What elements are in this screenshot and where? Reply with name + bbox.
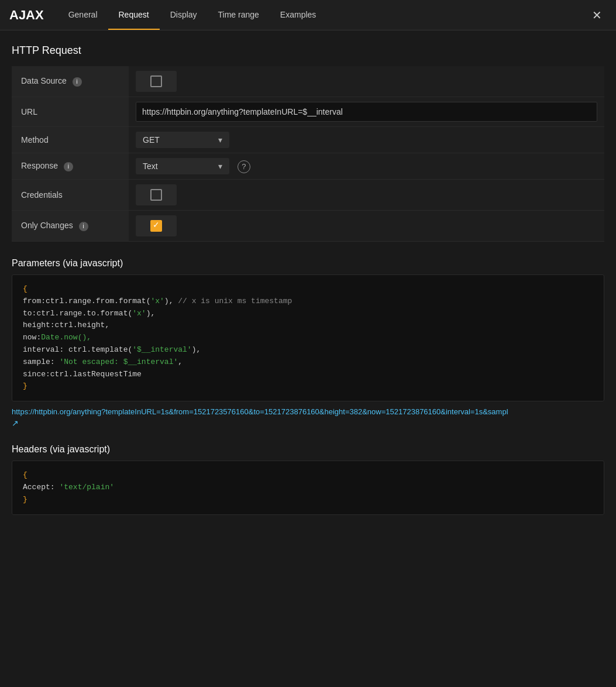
external-link-icon[interactable]: ↗ <box>12 418 19 428</box>
code-line-4: height:ctrl.height, <box>23 320 593 332</box>
data-source-info-icon[interactable]: i <box>73 77 82 87</box>
url-input[interactable] <box>136 102 597 122</box>
http-request-section: HTTP Request Data Source i URL <box>12 44 604 242</box>
response-info-icon[interactable]: i <box>64 162 73 171</box>
form-table: Data Source i URL Method <box>12 66 604 242</box>
headers-section: Headers (via javascript) { Accept: 'text… <box>12 444 604 514</box>
code-line-2: from:ctrl.range.from.format('x'), // x i… <box>23 296 593 308</box>
preview-url-link[interactable]: https://httpbin.org/anything?templateInU… <box>12 407 604 416</box>
headers-line-2: Accept: 'text/plain' <box>23 482 593 494</box>
http-request-title: HTTP Request <box>12 44 604 57</box>
code-line-6: interval: ctrl.template('$__interval'), <box>23 344 593 356</box>
response-help-icon[interactable]: ? <box>238 160 250 173</box>
tab-display[interactable]: Display <box>160 0 208 30</box>
code-line-7: sample: 'Not escaped: $__interval', <box>23 356 593 369</box>
response-value: Text <box>143 162 214 171</box>
tab-time-range[interactable]: Time range <box>208 0 270 30</box>
only-changes-checkbox[interactable] <box>150 220 162 232</box>
response-select[interactable]: Text ▾ <box>136 158 229 174</box>
method-value: GET <box>143 135 214 145</box>
parameters-title: Parameters (via javascript) <box>12 258 604 269</box>
credentials-checkbox-wrap <box>136 184 177 205</box>
label-method: Method <box>12 127 129 153</box>
form-row-data-source: Data Source i <box>12 66 604 97</box>
label-response: Response i <box>12 153 129 180</box>
label-data-source: Data Source i <box>12 66 129 97</box>
tab-examples[interactable]: Examples <box>270 0 326 30</box>
form-row-method: Method GET ▾ <box>12 127 604 153</box>
headers-line-1: { <box>23 469 593 482</box>
data-source-checkbox[interactable] <box>150 75 162 87</box>
label-url: URL <box>12 97 129 127</box>
code-line-8: since:ctrl.lastRequestTime <box>23 369 593 381</box>
value-data-source <box>129 66 604 97</box>
code-line-5: now:Date.now(), <box>23 332 593 344</box>
value-url <box>129 97 604 127</box>
parameters-code-block: { from:ctrl.range.from.format('x'), // x… <box>12 274 604 401</box>
value-only-changes <box>129 211 604 242</box>
nav-tabs: General Request Display Time range Examp… <box>58 0 587 30</box>
close-button[interactable]: ✕ <box>587 6 607 25</box>
data-source-checkbox-wrap <box>136 71 177 92</box>
credentials-checkbox[interactable] <box>150 189 162 201</box>
only-changes-info-icon[interactable]: i <box>79 222 88 231</box>
app-title: AJAX <box>9 8 44 23</box>
code-line-1: { <box>23 283 593 296</box>
tab-general[interactable]: General <box>58 0 108 30</box>
label-only-changes: Only Changes i <box>12 211 129 242</box>
form-row-response: Response i Text ▾ ? <box>12 153 604 180</box>
headers-line-3: } <box>23 494 593 506</box>
code-line-3: to:ctrl.range.to.format('x'), <box>23 308 593 320</box>
label-credentials: Credentials <box>12 180 129 211</box>
headers-title: Headers (via javascript) <box>12 444 604 455</box>
form-row-url: URL <box>12 97 604 127</box>
tab-request[interactable]: Request <box>108 0 160 30</box>
headers-code-block: { Accept: 'text/plain' } <box>12 461 604 514</box>
response-dropdown-arrow: ▾ <box>218 162 222 171</box>
only-changes-checkbox-wrap <box>136 215 177 236</box>
form-row-credentials: Credentials <box>12 180 604 211</box>
value-credentials <box>129 180 604 211</box>
method-select[interactable]: GET ▾ <box>136 132 229 148</box>
header: AJAX General Request Display Time range … <box>0 0 616 30</box>
form-row-only-changes: Only Changes i <box>12 211 604 242</box>
method-dropdown-arrow: ▾ <box>218 135 222 145</box>
value-method: GET ▾ <box>129 127 604 153</box>
parameters-section: Parameters (via javascript) { from:ctrl.… <box>12 258 604 428</box>
value-response: Text ▾ ? <box>129 153 604 180</box>
main-content: HTTP Request Data Source i URL <box>0 30 616 545</box>
code-line-9: } <box>23 380 593 393</box>
